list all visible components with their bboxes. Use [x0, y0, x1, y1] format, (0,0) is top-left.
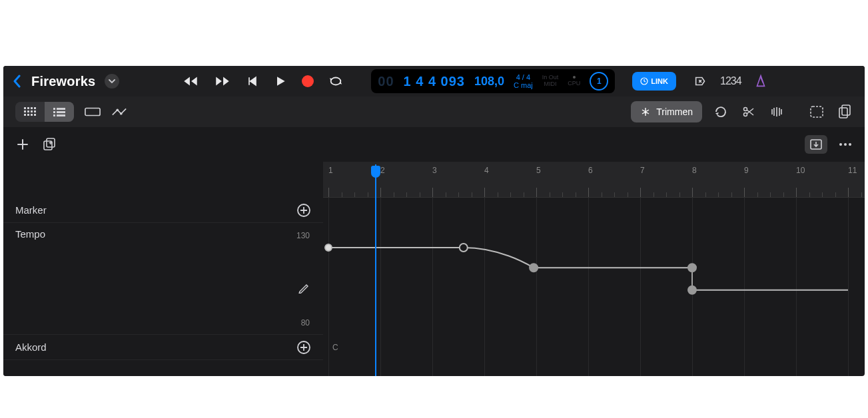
svg-point-36: [325, 244, 332, 251]
import-icon: [809, 138, 823, 150]
svg-rect-18: [57, 114, 65, 116]
callout-line-1: [526, 0, 527, 75]
svg-rect-25: [839, 108, 847, 118]
more-button[interactable]: [838, 137, 853, 152]
pencil-icon[interactable]: [298, 282, 310, 294]
marquee-icon: [809, 105, 824, 118]
svg-rect-9: [24, 114, 26, 116]
link-button[interactable]: LINK: [632, 72, 676, 91]
callout-line-3: [733, 0, 735, 72]
add-track-button[interactable]: [15, 137, 30, 152]
cycle-button[interactable]: [328, 73, 343, 90]
svg-rect-12: [34, 114, 36, 116]
tempo-curve[interactable]: [323, 223, 865, 335]
add-chord-icon[interactable]: [296, 340, 311, 355]
svg-rect-26: [842, 105, 850, 115]
selection-tool-group: [809, 104, 853, 120]
daw-window: Fireworks 00 1 4 4 093 108,0 4 / 4 C maj…: [3, 66, 865, 376]
rewind-button[interactable]: [182, 73, 199, 90]
split-tool[interactable]: [769, 104, 785, 120]
svg-point-30: [839, 143, 842, 146]
split-icon: [769, 105, 784, 118]
automation-icon: [111, 106, 127, 118]
scissors-icon: [742, 105, 755, 118]
lcd-cpu-meter: CPU: [568, 76, 580, 87]
counter-display[interactable]: 1234: [720, 75, 741, 87]
play-button[interactable]: [274, 73, 287, 90]
marquee-tool[interactable]: [809, 104, 825, 120]
add-marker-icon[interactable]: [296, 203, 311, 218]
chevron-down-icon: [109, 78, 115, 85]
playhead[interactable]: [375, 164, 376, 376]
view-list-button[interactable]: [45, 102, 74, 122]
svg-rect-6: [27, 110, 29, 112]
automation-view-button[interactable]: [111, 104, 127, 120]
svg-rect-15: [53, 111, 55, 113]
chord-label: C: [332, 343, 338, 352]
loop-tool[interactable]: [713, 104, 729, 120]
rectangle-icon: [85, 106, 101, 118]
svg-rect-8: [34, 110, 36, 112]
svg-point-20: [116, 108, 119, 111]
tuner-icon[interactable]: [693, 74, 708, 89]
import-button[interactable]: [805, 135, 827, 154]
lcd-cycle-count[interactable]: 1: [590, 72, 608, 91]
duplicate-track-button[interactable]: [42, 137, 57, 152]
scissors-tool[interactable]: [741, 104, 757, 120]
tracks-header: [3, 127, 865, 162]
svg-point-38: [530, 264, 538, 272]
copy-tool[interactable]: [837, 104, 853, 120]
svg-point-31: [844, 143, 847, 146]
lcd-midi-meter: In Out MIDI: [542, 75, 559, 88]
svg-rect-16: [57, 111, 65, 113]
region-view-button[interactable]: [85, 104, 101, 120]
svg-rect-17: [53, 114, 55, 116]
callout-line-2: [693, 0, 695, 72]
trim-button[interactable]: Trimmen: [631, 101, 702, 122]
fast-forward-button[interactable]: [214, 73, 231, 90]
svg-rect-19: [85, 108, 100, 115]
tempo-max-label: 130: [296, 231, 310, 240]
lanes-panel: Marker Tempo 130 80 Akkord: [3, 162, 323, 376]
svg-point-21: [120, 112, 123, 115]
tempo-lane-header[interactable]: Tempo 130 80: [3, 223, 323, 335]
svg-rect-2: [27, 107, 29, 109]
svg-rect-4: [34, 107, 36, 109]
transport-controls: [182, 73, 343, 90]
svg-point-32: [849, 143, 851, 146]
lcd-position-dim: 00: [378, 74, 394, 89]
svg-rect-5: [24, 110, 26, 112]
edit-tool-group: [713, 104, 785, 120]
go-to-start-button[interactable]: [246, 73, 259, 90]
topbar-right-icons: 1234: [693, 74, 768, 89]
tempo-min-label: 80: [301, 318, 310, 327]
copy-icon: [838, 104, 851, 119]
svg-rect-14: [57, 108, 65, 110]
lcd-tempo[interactable]: 108,0: [474, 75, 504, 89]
loop-icon: [713, 104, 728, 119]
metronome-icon[interactable]: [753, 74, 768, 89]
view-segment: [15, 102, 74, 122]
svg-rect-7: [31, 110, 33, 112]
svg-point-37: [460, 244, 468, 252]
lcd-signature-key[interactable]: 4 / 4 C maj: [514, 73, 533, 89]
marker-lane-header[interactable]: Marker: [3, 198, 323, 223]
svg-point-40: [688, 286, 696, 294]
list-icon: [53, 107, 65, 116]
project-title[interactable]: Fireworks: [31, 74, 95, 89]
back-chevron-icon[interactable]: [11, 75, 22, 88]
view-grid-button[interactable]: [15, 102, 45, 122]
svg-rect-10: [27, 114, 29, 116]
lcd-display[interactable]: 00 1 4 4 093 108,0 4 / 4 C maj In Out MI…: [371, 69, 615, 93]
lcd-position[interactable]: 1 4 4 093: [404, 74, 465, 89]
trim-icon: [640, 106, 651, 117]
record-button[interactable]: [302, 75, 314, 87]
secondary-toolbar: Trimmen: [3, 97, 865, 127]
chord-lane-header[interactable]: Akkord: [3, 335, 323, 360]
chord-track-row[interactable]: C: [323, 335, 865, 360]
svg-rect-24: [811, 106, 823, 117]
svg-rect-1: [24, 107, 26, 109]
project-menu-button[interactable]: [105, 74, 119, 89]
timeline-body[interactable]: C: [323, 198, 865, 376]
top-bar: Fireworks 00 1 4 4 093 108,0 4 / 4 C maj…: [3, 66, 865, 97]
